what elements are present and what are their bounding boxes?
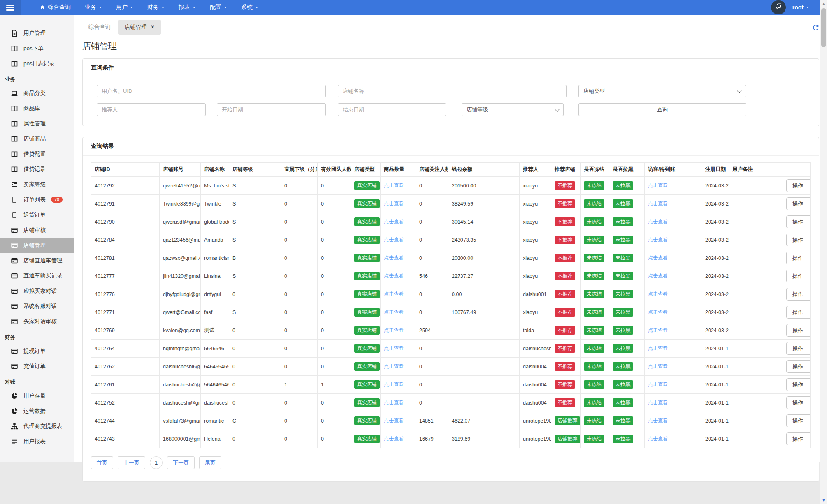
goods-count-link[interactable]: 点击查看 xyxy=(384,345,404,351)
chat-button[interactable] xyxy=(771,0,786,14)
action-dropdown-toggle[interactable] xyxy=(809,216,811,228)
action-split-button[interactable]: 操作 xyxy=(786,252,811,264)
visitors-link[interactable]: 点击查看 xyxy=(648,400,668,405)
visitors-link[interactable]: 点击查看 xyxy=(648,436,668,442)
hamburger-menu-button[interactable] xyxy=(0,0,21,15)
start-date-input[interactable] xyxy=(217,103,326,116)
action-button-label[interactable]: 操作 xyxy=(787,198,809,210)
sidebar-item[interactable]: 用户报表 xyxy=(0,434,74,449)
sidebar-item[interactable]: 退货订单 xyxy=(0,207,74,222)
navbar-menu-item[interactable]: 综合查询 xyxy=(39,4,71,11)
sidebar-item[interactable]: 系统客服对话 xyxy=(0,298,74,314)
action-split-button[interactable]: 操作 xyxy=(786,324,811,337)
action-split-button[interactable]: 操作 xyxy=(786,215,811,228)
navbar-menu-item[interactable]: 用户 xyxy=(116,4,133,11)
goods-count-link[interactable]: 点击查看 xyxy=(384,201,404,206)
action-dropdown-toggle[interactable] xyxy=(809,324,811,336)
goods-count-link[interactable]: 点击查看 xyxy=(384,183,404,188)
sidebar-item[interactable]: pos日志记录 xyxy=(0,56,74,71)
goods-count-link[interactable]: 点击查看 xyxy=(384,273,404,279)
visitors-link[interactable]: 点击查看 xyxy=(648,327,668,333)
tab-close-icon[interactable]: ✕ xyxy=(151,24,155,30)
action-dropdown-toggle[interactable] xyxy=(809,306,811,318)
sidebar-item[interactable]: 卖家等级 xyxy=(0,177,74,192)
action-split-button[interactable]: 操作 xyxy=(786,432,811,445)
sidebar-item[interactable]: 商品分类 xyxy=(0,86,74,101)
action-dropdown-toggle[interactable] xyxy=(809,180,811,192)
visitors-link[interactable]: 点击查看 xyxy=(648,291,668,297)
visitors-link[interactable]: 点击查看 xyxy=(648,345,668,351)
action-split-button[interactable]: 操作 xyxy=(786,306,811,319)
goods-count-link[interactable]: 点击查看 xyxy=(384,327,404,333)
sidebar-item[interactable]: 店铺直通车管理 xyxy=(0,253,74,268)
goods-count-link[interactable]: 点击查看 xyxy=(384,363,404,369)
action-button-label[interactable]: 操作 xyxy=(787,324,809,336)
visitors-link[interactable]: 点击查看 xyxy=(648,363,668,369)
tab[interactable]: 综合查询 xyxy=(82,20,117,35)
action-dropdown-toggle[interactable] xyxy=(809,252,811,264)
action-button-label[interactable]: 操作 xyxy=(787,252,809,264)
goods-count-link[interactable]: 点击查看 xyxy=(384,255,404,261)
sidebar-item[interactable]: 提现订单 xyxy=(0,343,74,358)
goods-count-link[interactable]: 点击查看 xyxy=(384,418,404,423)
refresh-icon[interactable] xyxy=(812,24,819,31)
search-button[interactable]: 查询 xyxy=(578,103,746,116)
action-button-label[interactable]: 操作 xyxy=(787,397,809,409)
action-button-label[interactable]: 操作 xyxy=(787,433,809,445)
action-split-button[interactable]: 操作 xyxy=(786,414,811,427)
sidebar-item[interactable]: 直通车购买记录 xyxy=(0,268,74,283)
pagination-button[interactable]: 上一页 xyxy=(118,456,145,469)
action-dropdown-toggle[interactable] xyxy=(809,415,811,427)
action-split-button[interactable]: 操作 xyxy=(786,396,811,409)
user-dropdown[interactable]: root xyxy=(792,4,809,11)
navbar-menu-item[interactable]: 配置 xyxy=(210,4,227,11)
action-split-button[interactable]: 操作 xyxy=(786,179,811,192)
action-dropdown-toggle[interactable] xyxy=(809,361,811,372)
action-dropdown-toggle[interactable] xyxy=(809,270,811,282)
action-split-button[interactable]: 操作 xyxy=(786,342,811,355)
action-split-button[interactable]: 操作 xyxy=(786,270,811,282)
action-split-button[interactable]: 操作 xyxy=(786,360,811,373)
action-dropdown-toggle[interactable] xyxy=(809,234,811,246)
action-split-button[interactable]: 操作 xyxy=(786,197,811,210)
goods-count-link[interactable]: 点击查看 xyxy=(384,291,404,297)
sidebar-item[interactable]: 属性管理 xyxy=(0,116,74,131)
action-split-button[interactable]: 操作 xyxy=(786,378,811,391)
action-dropdown-toggle[interactable] xyxy=(809,433,811,445)
action-button-label[interactable]: 操作 xyxy=(787,234,809,246)
goods-count-link[interactable]: 点击查看 xyxy=(384,237,404,243)
sidebar-item[interactable]: 运营数据 xyxy=(0,403,74,418)
scrollbar-thumb[interactable] xyxy=(821,8,826,47)
action-button-label[interactable]: 操作 xyxy=(787,288,809,300)
username-uid-input[interactable] xyxy=(97,85,326,97)
action-split-button[interactable]: 操作 xyxy=(786,234,811,246)
visitors-link[interactable]: 点击查看 xyxy=(648,309,668,315)
shop-level-select[interactable]: 店铺等级 xyxy=(462,103,564,116)
sidebar-item[interactable]: pos下单 xyxy=(0,41,74,56)
sidebar-item[interactable]: 用户管理 xyxy=(0,25,74,41)
sidebar-item[interactable]: 借贷记录 xyxy=(0,162,74,177)
sidebar-item[interactable]: 店铺商品 xyxy=(0,131,74,146)
visitors-link[interactable]: 点击查看 xyxy=(648,201,668,206)
action-dropdown-toggle[interactable] xyxy=(809,198,811,210)
navbar-menu-item[interactable]: 财务 xyxy=(147,4,165,11)
sidebar-item[interactable]: 充值订单 xyxy=(0,358,74,374)
navbar-menu-item[interactable]: 业务 xyxy=(85,4,102,11)
goods-count-link[interactable]: 点击查看 xyxy=(384,219,404,224)
goods-count-link[interactable]: 点击查看 xyxy=(384,381,404,387)
sidebar-item[interactable]: 商品库 xyxy=(0,101,74,116)
visitors-link[interactable]: 点击查看 xyxy=(648,183,668,188)
action-split-button[interactable]: 操作 xyxy=(786,288,811,301)
shop-name-input[interactable] xyxy=(338,85,567,97)
pagination-button[interactable]: 下一页 xyxy=(167,456,195,469)
sidebar-item[interactable]: 借贷配置 xyxy=(0,146,74,162)
navbar-menu-item[interactable]: 系统 xyxy=(241,4,258,11)
end-date-input[interactable] xyxy=(338,103,446,116)
goods-count-link[interactable]: 点击查看 xyxy=(384,400,404,405)
referrer-input[interactable] xyxy=(97,103,206,116)
scrollbar[interactable]: ▲ ▼ xyxy=(820,0,827,504)
pagination-button[interactable]: 首页 xyxy=(91,456,113,469)
sidebar-item[interactable]: 代理商充提报表 xyxy=(0,418,74,434)
visitors-link[interactable]: 点击查看 xyxy=(648,219,668,224)
tab[interactable]: 店铺管理 ✕ xyxy=(118,20,161,35)
